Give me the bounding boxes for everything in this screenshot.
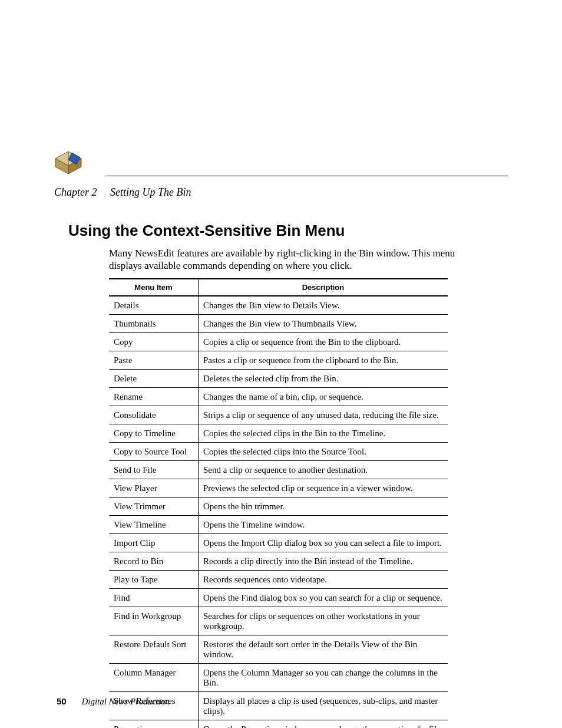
menu-item-description: Changes the name of a bin, clip, or sequ… bbox=[199, 388, 448, 406]
menu-item-name: Restore Default Sort bbox=[109, 635, 199, 664]
menu-item-description: Changes the Bin view to Details View. bbox=[199, 296, 448, 315]
table-row: Copy to TimelineCopies the selected clip… bbox=[109, 424, 448, 443]
menu-item-description: Opens the Timeline window. bbox=[199, 516, 448, 534]
menu-item-description: Changes the Bin view to Thumbnails View. bbox=[199, 315, 448, 333]
menu-item-name: Thumbnails bbox=[109, 315, 199, 333]
menu-item-description: Copies a clip or sequence from the Bin t… bbox=[199, 333, 448, 351]
menu-item-description: Deletes the selected clip from the Bin. bbox=[199, 370, 448, 388]
menu-item-description: Pastes a clip or sequence from the clipb… bbox=[199, 351, 448, 370]
table-row: Record to BinRecords a clip directly int… bbox=[109, 552, 448, 571]
table-header-desc: Description bbox=[199, 279, 448, 296]
menu-item-name: Copy to Source Tool bbox=[109, 443, 199, 461]
menu-item-name: View Timeline bbox=[109, 516, 199, 534]
header-rule bbox=[106, 176, 508, 176]
table-row: ThumbnailsChanges the Bin view to Thumbn… bbox=[109, 315, 448, 333]
menu-item-description: Send a clip or sequence to another desti… bbox=[199, 461, 448, 479]
section-title: Using the Context-Sensitive Bin Menu bbox=[68, 222, 345, 240]
menu-item-description: Strips a clip or sequence of any unused … bbox=[199, 406, 448, 424]
table-row: View PlayerPreviews the selected clip or… bbox=[109, 479, 448, 498]
menu-items-table: Menu Item Description DetailsChanges the… bbox=[109, 278, 448, 728]
menu-item-name: Consolidate bbox=[109, 406, 199, 424]
menu-item-name: View Player bbox=[109, 479, 199, 498]
menu-item-name: Send to File bbox=[109, 461, 199, 479]
menu-item-description: Opens the Import Clip dialog box so you … bbox=[199, 534, 448, 552]
chapter-line: Chapter 2 Setting Up The Bin bbox=[54, 186, 191, 199]
menu-item-name: Copy bbox=[109, 333, 199, 351]
page-footer: 50 Digital News Production bbox=[57, 696, 170, 707]
book-title: Digital News Production bbox=[81, 697, 169, 706]
menu-item-name: Find in Workgroup bbox=[109, 607, 199, 635]
menu-item-name: Details bbox=[109, 296, 199, 315]
menu-item-description: Copies the selected clips into the Sourc… bbox=[199, 443, 448, 461]
menu-item-name: Delete bbox=[109, 370, 199, 388]
table-row: RenameChanges the name of a bin, clip, o… bbox=[109, 388, 448, 406]
menu-item-name: Rename bbox=[109, 388, 199, 406]
menu-item-description: Records sequences onto videotape. bbox=[199, 571, 448, 589]
table-row: Import ClipOpens the Import Clip dialog … bbox=[109, 534, 448, 552]
chapter-title: Setting Up The Bin bbox=[110, 186, 191, 198]
menu-item-description: Opens the Properties window so you chang… bbox=[199, 720, 448, 729]
table-row: Restore Default SortRestores the default… bbox=[109, 635, 448, 664]
menu-item-name: Copy to Timeline bbox=[109, 424, 199, 443]
table-row: CopyCopies a clip or sequence from the B… bbox=[109, 333, 448, 351]
menu-item-name: Properties bbox=[109, 720, 199, 729]
table-row: PastePastes a clip or sequence from the … bbox=[109, 351, 448, 370]
menu-item-description: Opens the Column Manager so you can chan… bbox=[199, 664, 448, 692]
table-row: DetailsChanges the Bin view to Details V… bbox=[109, 296, 448, 315]
menu-item-description: Records a clip directly into the Bin ins… bbox=[199, 552, 448, 571]
menu-item-name: Column Manager bbox=[109, 664, 199, 692]
table-row: Column ManagerOpens the Column Manager s… bbox=[109, 664, 448, 692]
book-icon bbox=[54, 150, 82, 177]
menu-item-description: Searches for clips or sequences on other… bbox=[199, 607, 448, 635]
table-row: Send to FileSend a clip or sequence to a… bbox=[109, 461, 448, 479]
table-row: DeleteDeletes the selected clip from the… bbox=[109, 370, 448, 388]
menu-item-name: Paste bbox=[109, 351, 199, 370]
menu-item-name: View Trimmer bbox=[109, 498, 199, 516]
menu-item-description: Previews the selected clip or sequence i… bbox=[199, 479, 448, 498]
menu-item-description: Opens the Find dialog box so you can sea… bbox=[199, 589, 448, 607]
section-intro: Many NewsEdit features are available by … bbox=[109, 247, 468, 272]
menu-item-name: Play to Tape bbox=[109, 571, 199, 589]
table-header-item: Menu Item bbox=[109, 279, 199, 296]
menu-item-description: Displays all places a clip is used (sequ… bbox=[199, 692, 448, 720]
menu-item-name: Find bbox=[109, 589, 199, 607]
table-row: FindOpens the Find dialog box so you can… bbox=[109, 589, 448, 607]
menu-item-description: Restores the default sort order in the D… bbox=[199, 635, 448, 664]
table-row: PropertiesOpens the Properties window so… bbox=[109, 720, 448, 729]
menu-item-description: Opens the bin trimmer. bbox=[199, 498, 448, 516]
menu-item-name: Import Clip bbox=[109, 534, 199, 552]
menu-item-description: Copies the selected clips in the Bin to … bbox=[199, 424, 448, 443]
table-row: Copy to Source ToolCopies the selected c… bbox=[109, 443, 448, 461]
table-row: View TrimmerOpens the bin trimmer. bbox=[109, 498, 448, 516]
page-number: 50 bbox=[57, 696, 67, 706]
table-row: Play to TapeRecords sequences onto video… bbox=[109, 571, 448, 589]
table-row: ConsolidateStrips a clip or sequence of … bbox=[109, 406, 448, 424]
table-row: Find in WorkgroupSearches for clips or s… bbox=[109, 607, 448, 635]
chapter-label: Chapter 2 bbox=[54, 186, 97, 198]
table-row: View TimelineOpens the Timeline window. bbox=[109, 516, 448, 534]
menu-item-name: Record to Bin bbox=[109, 552, 199, 571]
